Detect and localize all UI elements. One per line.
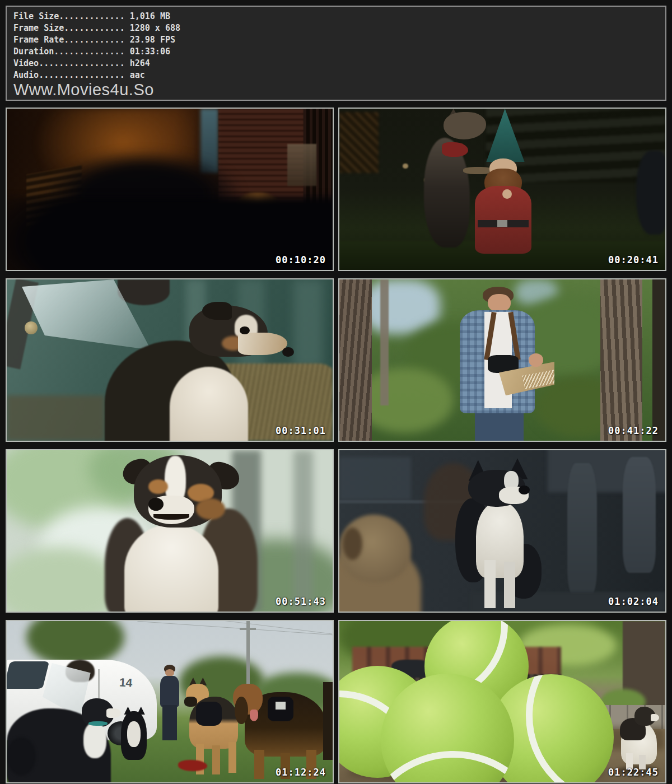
handler-pants (162, 705, 177, 740)
collie-collar (88, 721, 108, 726)
van-window (7, 661, 49, 689)
pine-trunk (339, 279, 372, 441)
aussie-eye (240, 326, 249, 334)
screenshot-thumbnail-3[interactable]: 00:31:01 (6, 278, 334, 442)
power-wire (137, 621, 332, 635)
scene-terrier-gnome (339, 109, 665, 270)
red-cloth (178, 760, 207, 771)
dark-statue (636, 151, 665, 235)
pine-trunk (380, 279, 389, 405)
terrier-leg (504, 562, 515, 609)
shepherd-leg (212, 745, 220, 774)
scene-van-dogs: 14 (7, 621, 333, 782)
scene-tennis-balls (339, 621, 665, 782)
collie-muzzle (106, 708, 121, 718)
aussie-chest (170, 367, 248, 441)
statue-leg (623, 457, 655, 573)
bloodhound-ear (235, 697, 248, 724)
timestamp: 00:41:22 (608, 425, 659, 436)
scene-barn-cone (7, 279, 333, 441)
aussie-muzzle (238, 333, 287, 355)
info-row-audio: Audio................. aac (13, 69, 659, 81)
timestamp: 00:31:01 (276, 425, 326, 436)
aussie-tan-cheek (196, 498, 225, 519)
terrier-white-chest (476, 502, 523, 577)
cone-dog-head (118, 279, 170, 305)
lattice-fence (339, 112, 379, 173)
barn-column (293, 279, 323, 368)
hay-bale (7, 395, 105, 441)
timestamp: 00:51:43 (276, 596, 326, 607)
scene-aussie-smile (7, 450, 333, 612)
media-info-panel: File Size............. 1,016 MB Frame Si… (6, 6, 666, 101)
aussie-nose (148, 498, 164, 511)
utility-box (287, 144, 316, 186)
screenshot-thumbnail-8[interactable]: 01:22:45 (338, 620, 666, 783)
screenshot-grid: 00:10:20 (6, 108, 666, 783)
aussie-tan-brow (148, 479, 168, 494)
media-info-page: File Size............. 1,016 MB Frame Si… (0, 0, 672, 784)
shaggy-dog-ear (343, 528, 362, 560)
aussie-snout (651, 714, 659, 721)
terrier-nose (519, 486, 530, 494)
collie-chest (83, 722, 106, 758)
ball-seam (381, 724, 514, 782)
aussie-ear (202, 302, 231, 320)
dog-at-edge (323, 682, 333, 759)
info-row-file-size: File Size............. 1,016 MB (13, 11, 659, 22)
screenshot-thumbnail-6[interactable]: 01:02:04 (338, 449, 666, 613)
timestamp: 01:02:04 (608, 596, 659, 607)
screenshot-thumbnail-5[interactable]: 00:51:43 (6, 449, 334, 613)
ball-seam (526, 674, 614, 782)
van-number: 14 (119, 675, 133, 689)
man-face (488, 294, 511, 312)
screenshot-thumbnail-4[interactable]: 00:41:22 (338, 278, 666, 442)
scene-dark-alley (7, 109, 333, 270)
info-row-frame-rate: Frame Rate............ 23.98 FPS (13, 34, 659, 46)
terrier-bandana (442, 142, 468, 157)
info-row-frame-size: Frame Size............ 1280 x 688 (13, 22, 659, 34)
screenshot-thumbnail-2[interactable]: 00:20:41 (338, 108, 666, 271)
small-terrier-chest (127, 721, 140, 747)
background-window (339, 457, 411, 501)
shepherd-harness (196, 702, 222, 726)
blurred-tree (293, 450, 313, 612)
bloodhound-leg (254, 750, 264, 779)
gnome-buckle (497, 220, 507, 227)
harness-badge (276, 702, 285, 710)
screenshot-thumbnail-7[interactable]: 14 (6, 620, 334, 783)
info-row-duration: Duration.............. 01:33:06 (13, 46, 659, 58)
collar-tag (25, 321, 38, 334)
timestamp: 00:10:20 (276, 254, 326, 265)
pine-trunk (600, 279, 643, 441)
aussie-chest (124, 524, 219, 612)
timestamp: 01:12:24 (276, 767, 326, 778)
terrier-head (444, 112, 486, 139)
man-hand (529, 353, 543, 366)
bokeh-light (403, 164, 408, 169)
pine-trunk (652, 279, 665, 441)
handler-uniform (160, 676, 180, 707)
statue-leg (567, 463, 596, 595)
aussie-nose (282, 347, 294, 357)
shepherd-leg (228, 742, 236, 773)
scene-boston-terrier (339, 450, 665, 612)
bloodhound-tongue (250, 710, 258, 721)
scene-forest-man (339, 279, 665, 441)
timestamp: 00:20:41 (608, 254, 659, 265)
jeans (475, 413, 524, 441)
screenshot-thumbnail-1[interactable]: 00:10:20 (6, 108, 334, 271)
power-pole-arm (240, 628, 256, 630)
aussie-smile (153, 514, 189, 520)
info-row-video: Video................. h264 (13, 58, 659, 69)
timestamp: 01:22:45 (608, 767, 659, 778)
terrier-leg (484, 560, 496, 608)
site-watermark: Www.Movies4u.So (13, 81, 659, 98)
